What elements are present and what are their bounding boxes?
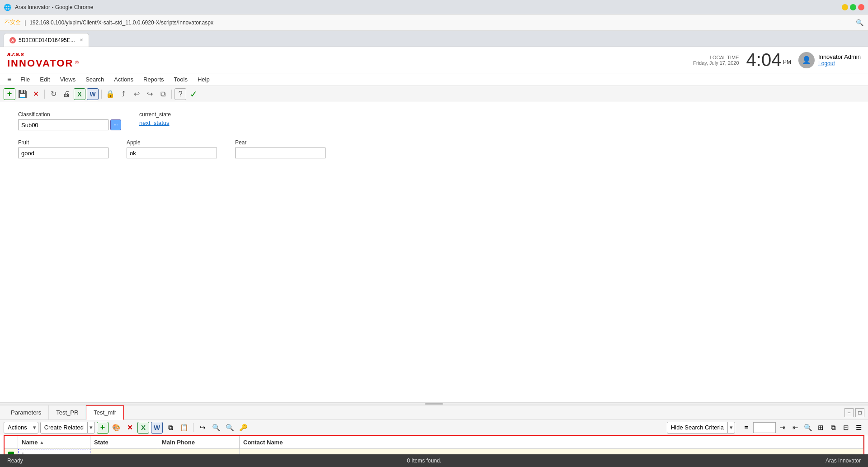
hide-search-button[interactable]: Hide Search Criteria ▾ <box>667 422 735 434</box>
tab-parameters[interactable]: Parameters <box>4 405 49 420</box>
search-text-input[interactable] <box>753 422 776 433</box>
time-display: 4:04 PM <box>746 50 791 70</box>
grid-redo-button[interactable]: ↪ <box>197 422 208 434</box>
current-state-group: current_state next_status <box>139 111 171 126</box>
app-container: a.r.a.s INNOVATOR ® LOCAL TIME Friday, J… <box>0 47 868 467</box>
pear-input[interactable] <box>235 148 326 158</box>
address-input[interactable] <box>29 19 852 26</box>
redo-button[interactable]: ↪ <box>144 88 156 100</box>
grid-add-button[interactable]: + <box>97 422 108 434</box>
refresh-button[interactable]: ↻ <box>47 88 59 100</box>
right-btn-merge1[interactable]: ⊞ <box>815 422 826 434</box>
splitter-handle <box>425 403 443 405</box>
right-btn-indent[interactable]: ⇥ <box>777 422 788 434</box>
grid-delete-button[interactable]: ✕ <box>124 422 136 434</box>
right-btn-split[interactable]: ⊟ <box>840 422 852 434</box>
status-center: 0 Items found. <box>407 457 441 464</box>
menu-edit[interactable]: Edit <box>35 74 54 85</box>
menu-search[interactable]: Search <box>81 74 108 85</box>
next-status-link[interactable]: next_status <box>139 119 171 126</box>
help-button[interactable]: ? <box>175 88 186 100</box>
create-related-button[interactable]: Create Related ▾ <box>40 422 95 434</box>
copy-button[interactable]: ⧉ <box>157 88 169 100</box>
browser-controls[interactable] <box>842 4 864 10</box>
right-btn-copy2[interactable]: ⧉ <box>827 422 839 434</box>
tabs-right: − □ <box>844 408 864 417</box>
right-btn-zoom[interactable]: 🔍 <box>802 422 814 434</box>
classification-label: Classification <box>18 111 121 118</box>
classification-input[interactable] <box>18 119 108 130</box>
right-buttons: ≡ ⇥ ⇤ 🔍 ⊞ ⧉ ⊟ ☰ <box>741 422 864 434</box>
actions-dropdown-icon[interactable]: ▾ <box>31 422 38 433</box>
grid-header-state[interactable]: State <box>90 436 158 448</box>
hide-search-dropdown-icon[interactable]: ▾ <box>727 422 735 433</box>
pipe-separator: | <box>24 19 26 26</box>
grid-header-contact-name[interactable]: Contact Name <box>240 436 863 448</box>
search-button-2[interactable]: 🔍 <box>224 422 236 434</box>
form-section-2: Fruit Apple Pear <box>18 139 850 158</box>
right-btn-lines[interactable]: ☰ <box>853 422 864 434</box>
search-icon: 🔍 <box>856 19 863 26</box>
create-related-dropdown-icon[interactable]: ▾ <box>87 422 94 433</box>
word-button[interactable]: W <box>87 88 99 100</box>
minimize-button[interactable] <box>842 4 848 10</box>
check-button[interactable]: ✓ <box>188 88 199 100</box>
grid-paste-button[interactable]: 📋 <box>178 422 190 434</box>
menu-actions[interactable]: Actions <box>109 74 138 85</box>
save-button[interactable]: 💾 <box>17 88 28 100</box>
actions-button[interactable]: Actions ▾ <box>4 422 38 434</box>
maximize-button[interactable] <box>850 4 856 10</box>
logo-reg: ® <box>75 60 79 65</box>
classification-group: Classification ··· <box>18 111 121 130</box>
search-button-3[interactable]: 🔑 <box>237 422 249 434</box>
undo-button[interactable]: ↩ <box>131 88 142 100</box>
main-toolbar: + 💾 ✕ ↻ 🖨 X W 🔒 ⤴ ↩ ↪ ⧉ ? ✓ <box>0 86 868 102</box>
app-header: a.r.a.s INNOVATOR ® LOCAL TIME Friday, J… <box>0 47 868 73</box>
apple-input[interactable] <box>127 148 217 158</box>
browser-title-bar: 🌐 Aras Innovator - Google Chrome <box>0 0 868 14</box>
menu-file[interactable]: File <box>16 74 34 85</box>
separator-3 <box>171 90 172 99</box>
grid-word-button[interactable]: W <box>151 422 163 434</box>
separator-1 <box>44 90 45 99</box>
tab-test-mfr[interactable]: Test_mfr <box>86 405 124 420</box>
promote-button[interactable]: ⤴ <box>118 88 129 100</box>
grid-copy-button[interactable]: ⧉ <box>165 422 176 434</box>
lock-button[interactable]: 🔒 <box>104 88 116 100</box>
print-button[interactable]: 🖨 <box>61 88 72 100</box>
menu-reports[interactable]: Reports <box>139 74 169 85</box>
pear-group: Pear <box>235 139 326 158</box>
logout-link[interactable]: Logout <box>818 60 861 67</box>
menu-views[interactable]: Views <box>56 74 80 85</box>
excel-button[interactable]: X <box>74 88 85 100</box>
browser-favicon: 🌐 <box>4 4 11 11</box>
cancel-button[interactable]: ✕ <box>30 88 42 100</box>
separator-2 <box>101 90 102 99</box>
local-time: LOCAL TIME Friday, July 17, 2020 <box>693 55 739 66</box>
menu-help[interactable]: Help <box>193 74 214 85</box>
tab-close-icon[interactable]: ✕ <box>80 38 83 43</box>
user-name: Innovator Admin <box>818 53 861 60</box>
right-btn-1[interactable]: ≡ <box>741 422 752 434</box>
search-button-1[interactable]: 🔍 <box>210 422 222 434</box>
grid-header-name[interactable]: Name ▲ <box>18 436 90 448</box>
close-button[interactable] <box>858 4 864 10</box>
add-button[interactable]: + <box>4 88 15 100</box>
browser-tab[interactable]: A 5D3E0E014D16495E... ✕ <box>4 33 89 47</box>
paint-button[interactable]: 🎨 <box>110 422 122 434</box>
fruit-input[interactable] <box>18 148 108 158</box>
tab-test-pr[interactable]: Test_PR <box>49 405 86 420</box>
panel-minimize-button[interactable]: − <box>844 408 854 417</box>
hamburger-menu[interactable]: ≡ <box>4 76 15 84</box>
tab-bar: A 5D3E0E014D16495E... ✕ <box>0 31 868 47</box>
logo: a.r.a.s INNOVATOR ® <box>7 51 79 69</box>
sort-arrow-icon: ▲ <box>39 440 44 445</box>
menu-tools[interactable]: Tools <box>170 74 192 85</box>
grid-excel-button[interactable]: X <box>137 422 149 434</box>
classification-ellipsis-button[interactable]: ··· <box>110 119 121 130</box>
right-btn-outdent[interactable]: ⇤ <box>789 422 801 434</box>
user-section: 👤 Innovator Admin Logout <box>798 52 861 68</box>
logo-innovator-text: INNOVATOR ® <box>7 57 79 69</box>
grid-header-main-phone[interactable]: Main Phone <box>158 436 240 448</box>
panel-maximize-button[interactable]: □ <box>855 408 864 417</box>
